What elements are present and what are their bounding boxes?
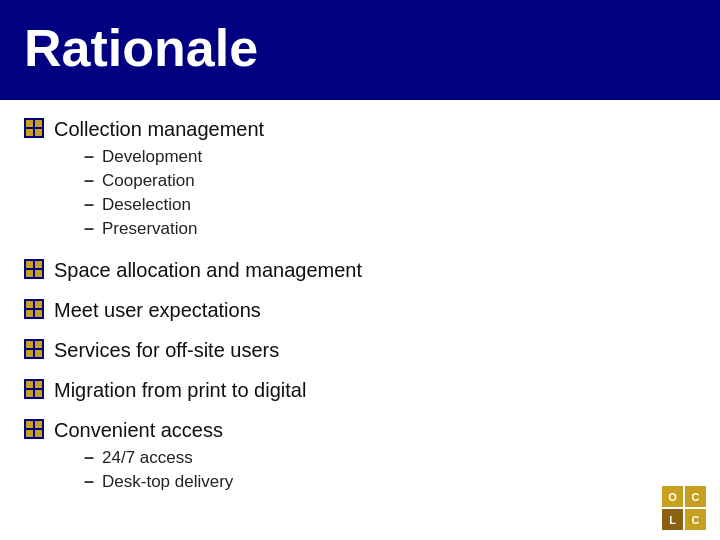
list-item: Collection management – Development – Co… — [24, 116, 696, 243]
list-item: Space allocation and management — [24, 257, 696, 283]
sub-label: Development — [102, 147, 202, 167]
dash-icon: – — [84, 447, 94, 468]
svg-rect-22 — [35, 381, 42, 388]
svg-rect-4 — [35, 129, 42, 136]
svg-rect-14 — [35, 310, 42, 317]
list-item: – Preservation — [84, 218, 264, 239]
sub-label: 24/7 access — [102, 448, 193, 468]
sub-label: Desk-top delivery — [102, 472, 233, 492]
svg-rect-17 — [35, 341, 42, 348]
svg-rect-21 — [26, 381, 33, 388]
svg-rect-11 — [26, 301, 33, 308]
logo-grid: O C L C — [662, 486, 706, 530]
list-item: – Desk-top delivery — [84, 471, 233, 492]
list-item: Meet user expectations — [24, 297, 696, 323]
logo-cell-l: L — [662, 509, 683, 530]
bullet-label: Space allocation and management — [54, 257, 362, 283]
logo-cell-c: C — [685, 486, 706, 507]
svg-rect-28 — [26, 430, 33, 437]
svg-rect-18 — [26, 350, 33, 357]
dash-icon: – — [84, 170, 94, 191]
list-item: Services for off-site users — [24, 337, 696, 363]
dash-icon: – — [84, 194, 94, 215]
logo-cell-c2: C — [685, 509, 706, 530]
svg-rect-23 — [26, 390, 33, 397]
svg-rect-2 — [35, 120, 42, 127]
sub-label: Preservation — [102, 219, 197, 239]
sub-label: Cooperation — [102, 171, 195, 191]
list-item: – Deselection — [84, 194, 264, 215]
svg-rect-19 — [35, 350, 42, 357]
list-item: – Development — [84, 146, 264, 167]
oclc-logo: O C L C — [662, 486, 706, 530]
svg-rect-7 — [35, 261, 42, 268]
svg-rect-9 — [35, 270, 42, 277]
svg-rect-26 — [26, 421, 33, 428]
sub-list: – Development – Cooperation – Deselectio… — [84, 146, 264, 239]
bullet-icon — [24, 419, 44, 439]
sub-label: Deselection — [102, 195, 191, 215]
bullet-label: Services for off-site users — [54, 337, 279, 363]
list-item: – Cooperation — [84, 170, 264, 191]
list-item: Migration from print to digital — [24, 377, 696, 403]
svg-rect-8 — [26, 270, 33, 277]
dash-icon: – — [84, 218, 94, 239]
bullet-label: Meet user expectations — [54, 297, 261, 323]
list-item: Convenient access – 24/7 access – Desk-t… — [24, 417, 696, 496]
bullet-icon — [24, 118, 44, 138]
bullet-icon — [24, 339, 44, 359]
content-area: Collection management – Development – Co… — [0, 100, 720, 526]
svg-rect-24 — [35, 390, 42, 397]
svg-rect-3 — [26, 129, 33, 136]
page-title: Rationale — [24, 19, 258, 77]
bullet-content: Collection management – Development – Co… — [54, 116, 264, 243]
bullet-label: Convenient access — [54, 417, 233, 443]
sub-list: – 24/7 access – Desk-top delivery — [84, 447, 233, 492]
logo-cell-o: O — [662, 486, 683, 507]
dash-icon: – — [84, 146, 94, 167]
svg-rect-1 — [26, 120, 33, 127]
header: Rationale — [0, 0, 720, 100]
bullet-content: Convenient access – 24/7 access – Desk-t… — [54, 417, 233, 496]
dash-icon: – — [84, 471, 94, 492]
svg-rect-6 — [26, 261, 33, 268]
svg-rect-13 — [26, 310, 33, 317]
svg-rect-16 — [26, 341, 33, 348]
svg-rect-29 — [35, 430, 42, 437]
bullet-icon — [24, 259, 44, 279]
svg-rect-27 — [35, 421, 42, 428]
bullet-icon — [24, 379, 44, 399]
list-item: – 24/7 access — [84, 447, 233, 468]
bullet-label: Migration from print to digital — [54, 377, 306, 403]
svg-rect-12 — [35, 301, 42, 308]
bullet-label: Collection management — [54, 116, 264, 142]
bullet-icon — [24, 299, 44, 319]
